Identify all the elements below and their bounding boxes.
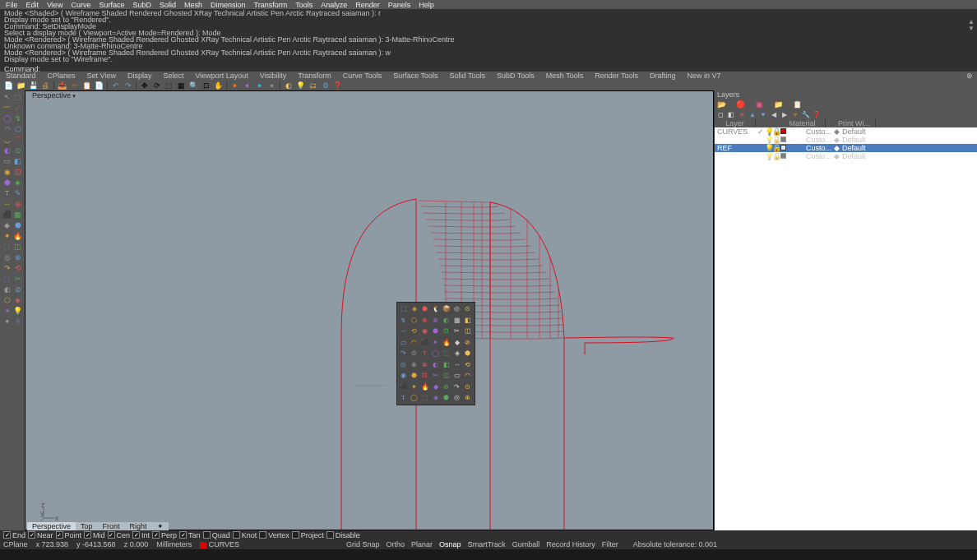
tool-icon-3-1[interactable]: ⬡ bbox=[13, 124, 23, 134]
shade4-icon[interactable]: ● bbox=[266, 80, 277, 90]
palette-tool-41[interactable]: ⟲ bbox=[463, 360, 472, 369]
palette-tool-5[interactable]: ◎ bbox=[452, 304, 461, 313]
palette-tool-23[interactable]: ⬛ bbox=[420, 338, 429, 347]
tab-display[interactable]: Display bbox=[122, 72, 158, 80]
tool-icon-17-0[interactable]: ⬚ bbox=[2, 274, 12, 284]
left-icon[interactable]: ◀ bbox=[770, 110, 778, 118]
palette-tool-33[interactable]: ◈ bbox=[452, 349, 461, 358]
osnap-project[interactable]: Project bbox=[292, 531, 324, 539]
tab-subd-tools[interactable]: SubD Tools bbox=[491, 72, 540, 80]
sb-layer[interactable]: CURVES bbox=[200, 540, 239, 548]
palette-tool-7[interactable]: ↯ bbox=[399, 316, 408, 325]
layer-linetype-icon[interactable]: ◆ bbox=[833, 136, 840, 144]
tool-icon-15-0[interactable]: ◎ bbox=[2, 252, 12, 262]
vp-tab-top[interactable]: Top bbox=[76, 522, 98, 530]
tab-standard[interactable]: Standard bbox=[0, 72, 42, 80]
right-icon[interactable]: ▶ bbox=[780, 110, 789, 118]
osnap-tan[interactable]: ✓Tan bbox=[179, 531, 201, 539]
pan-icon[interactable]: ✋ bbox=[213, 80, 224, 90]
layer-material[interactable]: Custo... bbox=[787, 152, 833, 160]
layer-lightbulb-icon[interactable]: 💡 bbox=[765, 127, 772, 136]
palette-tool-57[interactable]: ◯ bbox=[410, 393, 419, 402]
layer-lock-icon[interactable]: 🔒 bbox=[772, 136, 780, 144]
new-sublayer-icon[interactable]: ◧ bbox=[727, 110, 735, 118]
vp-tab-perspective[interactable]: Perspective bbox=[27, 522, 76, 530]
palette-tool-26[interactable]: ◆ bbox=[452, 338, 461, 347]
filter-icon[interactable]: ▿ bbox=[791, 110, 799, 118]
palette-tool-48[interactable]: ◠ bbox=[463, 371, 472, 380]
tool-icon-2-0[interactable]: ◯ bbox=[2, 113, 12, 123]
paste-icon[interactable]: 📄 bbox=[94, 80, 104, 90]
layer-linetype-icon[interactable]: ◆ bbox=[833, 152, 840, 160]
tool-icon-20-0[interactable]: ☀ bbox=[2, 306, 12, 316]
tab-cplanes[interactable]: CPlanes bbox=[42, 72, 81, 80]
layer-red-icon[interactable]: ▣ bbox=[754, 99, 765, 109]
tool-icon-13-0[interactable]: ✦ bbox=[2, 231, 12, 241]
layers-icon[interactable]: 🗂 bbox=[308, 80, 318, 90]
tool-icon-14-0[interactable]: ⬚ bbox=[2, 242, 12, 252]
copy-icon[interactable]: 📋 bbox=[81, 80, 92, 90]
tool-icon-5-0[interactable]: ◐ bbox=[2, 146, 12, 155]
osnap-perp[interactable]: ✓Perp bbox=[152, 531, 177, 539]
palette-tool-47[interactable]: ▭ bbox=[452, 371, 461, 380]
palette-tool-27[interactable]: ⊘ bbox=[463, 338, 472, 347]
menu-tools[interactable]: Tools bbox=[291, 1, 317, 9]
menu-help[interactable]: Help bbox=[414, 1, 438, 9]
tool-icon-0-0[interactable]: ↖ bbox=[2, 92, 12, 102]
layer-lightbulb-icon[interactable]: 💡 bbox=[765, 152, 772, 160]
palette-tool-10[interactable]: ⊗ bbox=[431, 316, 440, 325]
palette-tool-3[interactable]: 🐧 bbox=[431, 304, 440, 313]
vp-tab-front[interactable]: Front bbox=[98, 522, 125, 530]
palette-tool-46[interactable]: ◫ bbox=[442, 371, 451, 380]
layer-color-swatch[interactable] bbox=[780, 127, 787, 136]
menu-dimension[interactable]: Dimension bbox=[206, 1, 250, 9]
palette-tool-18[interactable]: ⊡ bbox=[442, 326, 451, 336]
menu-solid[interactable]: Solid bbox=[155, 1, 180, 9]
col-printwidth[interactable]: Print Wi... bbox=[833, 119, 876, 127]
menu-render[interactable]: Render bbox=[351, 1, 384, 9]
help2-icon[interactable]: ❓ bbox=[813, 110, 821, 118]
tool-icon-19-0[interactable]: ⬡ bbox=[2, 295, 12, 305]
tool-icon-21-0[interactable]: ✦ bbox=[2, 317, 12, 326]
palette-tool-17[interactable]: ⬣ bbox=[431, 326, 440, 336]
layer-printwidth[interactable]: Default bbox=[840, 144, 883, 152]
layer-material[interactable]: Custo... bbox=[787, 136, 833, 144]
palette-tool-0[interactable]: ⬚ bbox=[399, 304, 408, 313]
zoomext-icon[interactable]: ⊡ bbox=[201, 80, 211, 90]
layer-lock-icon[interactable]: 🔒 bbox=[772, 144, 780, 152]
layer-lock-icon[interactable]: 🔒 bbox=[772, 127, 780, 136]
tool-icon-18-1[interactable]: ⊘ bbox=[13, 285, 23, 294]
menu-curve[interactable]: Curve bbox=[67, 1, 95, 9]
col-material[interactable]: Material bbox=[780, 119, 826, 127]
palette-tool-38[interactable]: ◐ bbox=[431, 360, 440, 369]
popup-tool-palette[interactable]: ⬚◈⬢🐧📦◎⊙↯⬡⊕⊗◐▦◧↔⟲◉⬣⊡✂◫▭◠⬛✦🔥◆⊘↷⊙T◯⬚◈⬢◎⊕⊗◐◧… bbox=[396, 302, 475, 405]
layer-row[interactable]: 💡🔒Custo...◆Default bbox=[715, 152, 977, 160]
viewport-canvas[interactable] bbox=[25, 91, 713, 530]
layer-printwidth[interactable]: Default bbox=[840, 136, 883, 144]
palette-tool-11[interactable]: ◐ bbox=[442, 316, 451, 325]
sb-mode-ortho[interactable]: Ortho bbox=[387, 540, 405, 548]
menu-mesh[interactable]: Mesh bbox=[180, 1, 206, 9]
vp-tab-add[interactable]: ✦ bbox=[152, 522, 169, 530]
osnap-cen[interactable]: ✓Cen bbox=[108, 531, 131, 539]
palette-tool-16[interactable]: ◉ bbox=[420, 326, 429, 336]
down-icon[interactable]: ▼ bbox=[759, 110, 767, 118]
import-icon[interactable]: 📥 bbox=[57, 80, 67, 90]
palette-tool-43[interactable]: ⬣ bbox=[410, 371, 419, 380]
tool-icon-2-1[interactable]: ↯ bbox=[13, 113, 23, 123]
shade3-icon[interactable]: ● bbox=[254, 80, 265, 90]
layer-visible-icon[interactable]: ✓ bbox=[756, 127, 765, 136]
open-icon[interactable]: 📁 bbox=[16, 80, 26, 90]
tool-icon-3-0[interactable]: ◠ bbox=[2, 124, 12, 134]
tab-solid-tools[interactable]: Solid Tools bbox=[444, 72, 491, 80]
tool-icon-12-0[interactable]: ◆ bbox=[2, 220, 12, 230]
palette-tool-1[interactable]: ◈ bbox=[410, 304, 419, 313]
tab-surface-tools[interactable]: Surface Tools bbox=[387, 72, 443, 80]
tool-icon-7-1[interactable]: ⊡ bbox=[13, 167, 23, 177]
tab-visibility[interactable]: Visibility bbox=[254, 72, 292, 80]
palette-tool-42[interactable]: ◉ bbox=[399, 371, 408, 380]
props-icon[interactable]: ⚙ bbox=[320, 80, 331, 90]
tool-icon-18-0[interactable]: ◐ bbox=[2, 285, 12, 294]
tool-icon-14-1[interactable]: ◫ bbox=[13, 242, 23, 252]
layer-color-swatch[interactable] bbox=[780, 136, 787, 144]
